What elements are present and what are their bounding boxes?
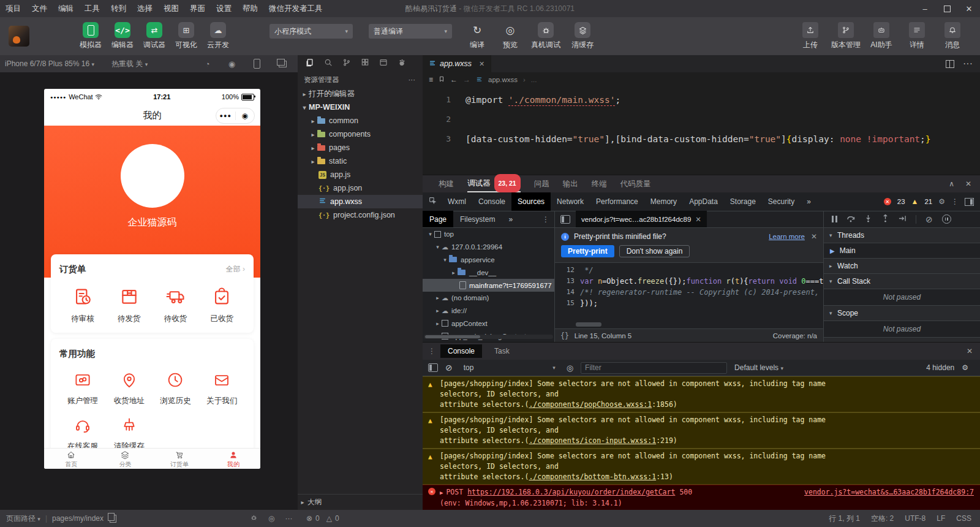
src-node-host[interactable]: ▾☁127.0.0.1:29964 — [423, 241, 554, 254]
tree-open-editors[interactable]: ▸打开的编辑器 — [298, 87, 423, 100]
tree-folder-common[interactable]: ▸common — [298, 114, 423, 127]
source-link[interactable]: vendor.js?t=wechat&s…63aac28b1f264dc89:7 — [804, 487, 974, 498]
kebab-icon[interactable]: ⋮ — [428, 347, 435, 355]
git-icon[interactable] — [342, 58, 351, 69]
thread-main[interactable]: ▶Main — [824, 243, 980, 259]
kebab-icon[interactable]: ⋮ — [951, 197, 959, 206]
devtools-tab-security[interactable]: Security — [762, 192, 801, 211]
menu-interface[interactable]: 界面 — [184, 4, 211, 14]
multi-window-icon[interactable] — [279, 61, 287, 67]
order-all-link[interactable]: 全部 › — [226, 264, 245, 275]
split-editor-icon[interactable] — [946, 60, 954, 68]
details-button[interactable]: 详情 — [899, 22, 935, 50]
devtools-tab-storage[interactable]: Storage — [724, 192, 762, 211]
tab-category[interactable]: 分类 — [98, 449, 152, 469]
order-item-received[interactable]: 已收货 — [198, 286, 245, 324]
horizontal-scrollbar[interactable] — [576, 322, 601, 327]
pretty-print-button[interactable]: Pretty-print — [561, 245, 614, 257]
section-watch[interactable]: ▸Watch — [824, 259, 980, 274]
bug-icon[interactable] — [250, 514, 258, 523]
console-warning[interactable]: ▲ [pages/shopping/index] Some selectors … — [423, 412, 980, 449]
menu-goto[interactable]: 转到 — [105, 4, 132, 14]
menu-devtools[interactable]: 微信开发者工具 — [263, 4, 328, 14]
upload-button[interactable]: 上传 — [793, 22, 828, 50]
extensions-icon[interactable] — [361, 58, 369, 69]
tabs-overflow-icon[interactable]: » — [502, 211, 519, 227]
expand-icon[interactable]: ▶ — [440, 490, 443, 496]
menu-select[interactable]: 选择 — [132, 4, 158, 14]
console-warning[interactable]: ▲ [pages/shopping/index] Some selectors … — [423, 449, 980, 485]
func-address[interactable]: 收货地址 — [106, 371, 153, 406]
console-tab[interactable]: Console — [440, 344, 482, 358]
preview-button[interactable]: ◎ 预览 — [494, 22, 527, 50]
tab-app-wxss[interactable]: app.wxss ✕ — [423, 55, 491, 72]
src-node-appcontext[interactable]: ▸appContext — [423, 317, 554, 330]
task-tab[interactable]: Task — [487, 344, 517, 358]
tab-mine[interactable]: 我的 — [206, 449, 260, 469]
window-icon[interactable] — [379, 58, 388, 69]
func-service[interactable]: 在线客服 — [59, 416, 106, 452]
dock-side-icon[interactable] — [965, 198, 974, 206]
dont-show-again-button[interactable]: Don't show again — [619, 245, 690, 257]
context-select[interactable]: top▾ — [460, 363, 559, 373]
close-icon[interactable]: ✕ — [967, 347, 973, 355]
order-item-pending-audit[interactable]: 待审核 — [59, 286, 106, 324]
version-control-button[interactable]: 版本管理 — [828, 22, 864, 50]
section-scope[interactable]: ▾Scope — [824, 306, 980, 321]
toggle-navigator-icon[interactable] — [560, 215, 570, 224]
mode-select[interactable]: 小程序模式▾ — [270, 24, 353, 39]
debugger-toggle-button[interactable]: ⇄ 调试器 — [138, 22, 170, 50]
func-history[interactable]: 浏览历史 — [153, 371, 199, 406]
outline-section[interactable]: ▸大纲 — [298, 494, 423, 510]
source-link[interactable]: ./components/popChoose.wxss:1 — [529, 400, 652, 409]
devtools-tab-sources[interactable]: Sources — [511, 192, 551, 211]
device-debug-button[interactable]: 真机调试 — [527, 22, 565, 50]
tree-file-app-wxss[interactable]: app.wxss — [298, 195, 423, 208]
devtools-tab-console[interactable]: Console — [472, 192, 511, 211]
indent-setting[interactable]: 空格: 2 — [871, 514, 894, 524]
capsule-menu[interactable]: ●●●◉ — [216, 108, 255, 124]
menu-help[interactable]: 帮助 — [237, 4, 263, 14]
more-icon[interactable]: ··· — [285, 514, 292, 523]
devtools-tab-wxml[interactable]: Wxml — [442, 192, 472, 211]
ai-assistant-button[interactable]: AI助手 — [864, 22, 899, 50]
back-icon[interactable]: ← — [450, 75, 458, 84]
editor-toggle-button[interactable]: </> 编辑器 — [107, 22, 138, 50]
close-icon[interactable]: ✕ — [811, 232, 817, 241]
breadcrumb[interactable]: app.wxss — [488, 76, 518, 83]
dock-tab-output[interactable]: 输出 — [563, 179, 578, 189]
simulator-toggle-button[interactable]: 模拟器 — [75, 22, 107, 50]
devtools-tab-memory[interactable]: Memory — [644, 192, 683, 211]
tree-folder-components[interactable]: ▸components — [298, 127, 423, 141]
src-node-nodomain[interactable]: ▸☁(no domain) — [423, 292, 554, 305]
dock-tab-quality[interactable]: 代码质量 — [620, 179, 651, 189]
eye-icon[interactable]: ◎ — [268, 514, 274, 523]
messages-button[interactable]: 消息 — [935, 22, 970, 50]
src-node-appservice[interactable]: ▾appservice — [423, 254, 554, 267]
close-button[interactable]: ✕ — [958, 0, 980, 17]
record-icon[interactable]: ◉ — [228, 59, 235, 69]
func-about[interactable]: 关于我们 — [198, 371, 245, 406]
request-url-link[interactable]: https://192.168.0.3/api/kuyou/order/inde… — [467, 488, 675, 496]
step-over-icon[interactable] — [846, 214, 855, 224]
device-select[interactable]: iPhone 6/7/8 Plus 85% 16 ▾ — [0, 59, 94, 68]
console-filter-input[interactable] — [581, 362, 727, 374]
clear-cache-button[interactable]: 清缓存 — [565, 22, 600, 50]
compile-mode-select[interactable]: 普通编译▾ — [369, 24, 452, 39]
hand-icon[interactable] — [398, 58, 406, 69]
src-node-dev[interactable]: ▸__dev__ — [423, 266, 554, 279]
source-link[interactable]: ./components/bottom-btn.wxss:1 — [529, 472, 656, 481]
console-warning[interactable]: ▲ [pages/shopping/index] Some selectors … — [423, 376, 980, 412]
code-editor[interactable]: 1@import './common/main.wxss'; 2 3[data-… — [423, 87, 980, 178]
forward-icon[interactable]: → — [463, 75, 470, 84]
sources-tab-page[interactable]: Page — [423, 211, 453, 227]
minimize-button[interactable]: – — [914, 0, 936, 17]
console-sidebar-icon[interactable] — [428, 363, 438, 372]
dock-tab-problems[interactable]: 问题 — [534, 179, 549, 189]
collapse-icon[interactable]: ∧ — [949, 180, 954, 188]
page-path-select[interactable]: 页面路径 ▾ — [6, 514, 40, 524]
step-icon[interactable] — [899, 214, 907, 224]
src-node-ide[interactable]: ▸☁ide:// — [423, 305, 554, 317]
tree-file-project-config[interactable]: {·}project.config.json — [298, 208, 423, 222]
src-node-top[interactable]: ▾top — [423, 228, 554, 241]
